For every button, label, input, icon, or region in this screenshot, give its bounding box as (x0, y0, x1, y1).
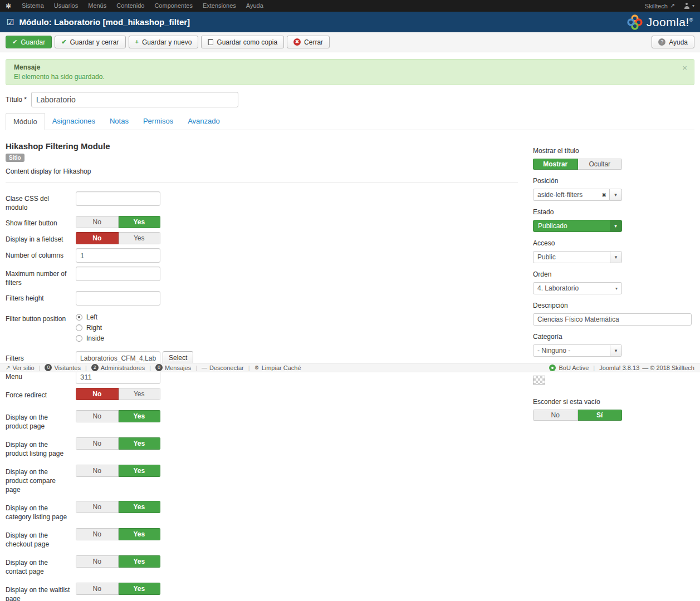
help-button[interactable]: ? Ayuda (652, 36, 694, 48)
admins-label: Administradores (101, 364, 145, 371)
radio-left[interactable]: Left (76, 313, 104, 321)
title-input[interactable] (31, 92, 238, 107)
tab-asignaciones[interactable]: Asignaciones (45, 113, 102, 130)
field-max-filters: Maximum number of filters (6, 267, 521, 287)
hide-empty-label: Esconder si esta vacío (533, 398, 694, 406)
message-close-icon[interactable]: × (682, 63, 687, 72)
joomla-icon[interactable]: ✻ (6, 2, 11, 10)
field-filter-button-position: Filter button position Left Right Inside (6, 312, 521, 345)
filters-height-input[interactable] (76, 291, 160, 306)
logout-link[interactable]: — Desconectar (202, 364, 244, 371)
menu-usuarios[interactable]: Usuarios (49, 0, 83, 12)
bou-active-icon (549, 364, 556, 371)
messages-count-badge: 0 (155, 364, 163, 371)
toggle-ocultar-button[interactable]: Ocultar (578, 159, 623, 170)
menu-menus[interactable]: Menús (83, 0, 111, 12)
save-button[interactable]: ✔ Guardar (6, 36, 52, 48)
toggle-si-button[interactable]: Sí (578, 410, 623, 421)
clear-position-icon[interactable]: ✖ (602, 192, 606, 198)
category-select[interactable]: - Ninguno - ▾ (533, 344, 622, 357)
module-checkbox-icon: ☑ (7, 17, 14, 27)
visitors-link[interactable]: 0 Visitantes (45, 364, 81, 371)
radio-right[interactable]: Right (76, 324, 104, 332)
toggle-no-button[interactable]: No (76, 410, 119, 422)
position-combobox[interactable]: aside-left-filters ✖ ▾ (533, 189, 622, 201)
site-badge: Sitio (6, 154, 25, 162)
css-class-input[interactable] (76, 191, 160, 206)
save-close-label: Guardar y cerrar (70, 38, 119, 46)
field-display-fieldset: Display in a fieldset No Yes (6, 232, 521, 244)
toggle-no-button[interactable]: No (76, 388, 119, 400)
order-select[interactable]: 4. Laboratorio ▾ (533, 282, 622, 294)
position-value-box[interactable]: aside-left-filters ✖ (533, 189, 610, 201)
menu-contenido[interactable]: Contenido (111, 0, 149, 12)
field-label: Display on the product listing page (6, 437, 76, 458)
admins-link[interactable]: 2 Administradores (91, 364, 145, 371)
view-site-link[interactable]: ↗ Ver sitio (6, 364, 35, 371)
separator: | (248, 364, 250, 371)
toggle-mostrar-button[interactable]: Mostrar (533, 159, 578, 170)
status-select[interactable]: Publicado ▾ (533, 220, 622, 232)
joomla-logo-icon (627, 14, 643, 30)
toggle-yes-button[interactable]: Yes (119, 437, 161, 450)
menu-extensiones[interactable]: Extensiones (198, 0, 241, 12)
toggle-no-button[interactable]: No (76, 465, 119, 477)
order-group: Orden 4. Laboratorio ▾ (533, 270, 694, 294)
tab-avanzado[interactable]: Avanzado (180, 113, 227, 130)
toggle-yes-button[interactable]: Yes (119, 410, 161, 422)
help-label: Ayuda (669, 38, 688, 46)
max-filters-input[interactable] (76, 267, 160, 281)
toggle-yes-button[interactable]: Yes (119, 501, 161, 513)
separator: | (85, 364, 87, 371)
user-menu[interactable]: ▾ (684, 3, 694, 9)
field-label: Display in a fieldset (6, 232, 76, 244)
plugin-label[interactable]: BoU Active (559, 364, 589, 371)
radio-inside[interactable]: Inside (76, 334, 104, 342)
access-select[interactable]: Public ▾ (533, 251, 622, 263)
toggle-no-button[interactable]: No (76, 501, 119, 513)
field-show-filter-button: Show filter button No Yes (6, 216, 521, 228)
toggle-yes-button[interactable]: Yes (119, 465, 161, 477)
radio-icon (76, 324, 82, 331)
field-label: Show filter button (6, 216, 76, 228)
radio-label: Left (86, 313, 97, 321)
toggle-no-button[interactable]: No (533, 410, 578, 421)
toggle-no-button[interactable]: No (76, 437, 119, 450)
close-button[interactable]: ✖ Cerrar (287, 36, 330, 48)
check-icon: ✔ (61, 39, 66, 45)
toggle-yes-button[interactable]: Yes (119, 216, 161, 228)
display-listing-toggle: No Yes (76, 437, 160, 450)
radio-icon (76, 335, 82, 342)
toggle-no-button[interactable]: No (76, 583, 119, 595)
page-header: ☑ Módulo: Laboratorio [mod_hikashop_filt… (0, 12, 700, 32)
toggle-no-button[interactable]: No (76, 232, 119, 244)
toggle-yes-button[interactable]: Yes (119, 583, 161, 595)
color-picker-swatch[interactable] (533, 376, 545, 385)
tab-notas[interactable]: Notas (102, 113, 136, 130)
position-dropdown-button[interactable]: ▾ (610, 189, 622, 201)
menu-componentes[interactable]: Componentes (149, 0, 198, 12)
save-copy-button[interactable]: Guardar como copia (201, 36, 284, 48)
tab-modulo[interactable]: Módulo (6, 113, 45, 130)
tab-permisos[interactable]: Permisos (136, 113, 180, 130)
field-display-contact: Display on the contact page No Yes (6, 555, 521, 576)
clean-cache-link[interactable]: ⚙ Limpiar Caché (254, 364, 301, 371)
menu-ayuda[interactable]: Ayuda (241, 0, 268, 12)
number-columns-input[interactable] (76, 248, 160, 263)
toggle-yes-button[interactable]: Yes (119, 555, 161, 568)
toggle-no-button[interactable]: No (76, 555, 119, 568)
toggle-no-button[interactable]: No (76, 528, 119, 540)
toggle-yes-button[interactable]: Yes (119, 528, 161, 540)
toggle-yes-button[interactable]: Yes (119, 388, 161, 400)
view-site-topbar-link[interactable]: Skilltech ↗ (645, 2, 675, 9)
save-close-button[interactable]: ✔ Guardar y cerrar (55, 36, 125, 48)
field-label: Maximum number of filters (6, 267, 76, 287)
toggle-yes-button[interactable]: Yes (119, 232, 161, 244)
save-new-button[interactable]: + Guardar y nuevo (129, 36, 199, 48)
messages-link[interactable]: 0 Mensajes (155, 364, 191, 371)
menu-sistema[interactable]: Sistema (17, 0, 49, 12)
toggle-no-button[interactable]: No (76, 216, 119, 228)
fieldset-toggle: No Yes (76, 232, 160, 244)
show-title-toggle: Mostrar Ocultar (533, 159, 622, 170)
description-input[interactable] (533, 313, 692, 326)
